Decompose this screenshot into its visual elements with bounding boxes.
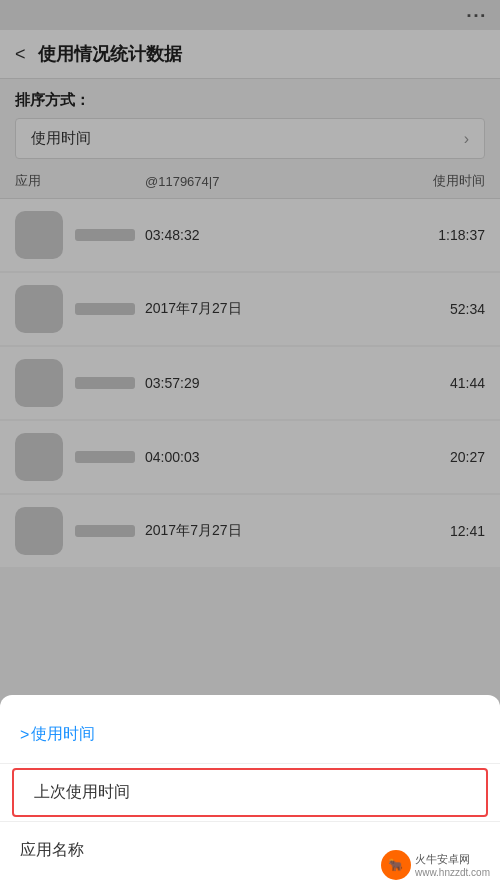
sort-option-last-used[interactable]: 上次使用时间: [12, 768, 488, 817]
screen: ▪ ▪ ▪ < 使用情况统计数据 排序方式： 使用时间 › 应用 @117967…: [0, 0, 500, 890]
option-label: 应用名称: [20, 840, 84, 861]
sort-option-usage-time[interactable]: 使用时间: [0, 710, 500, 759]
highlighted-option-label: 上次使用时间: [34, 782, 130, 803]
active-option-label: 使用时间: [31, 724, 95, 745]
watermark-icon-text: 🐂: [388, 858, 403, 872]
watermark: 🐂 火牛安卓网 www.hnzzdt.com: [381, 850, 490, 880]
divider: [0, 763, 500, 764]
watermark-text: 火牛安卓网 www.hnzzdt.com: [415, 852, 490, 878]
watermark-icon: 🐂: [381, 850, 411, 880]
divider: [0, 821, 500, 822]
